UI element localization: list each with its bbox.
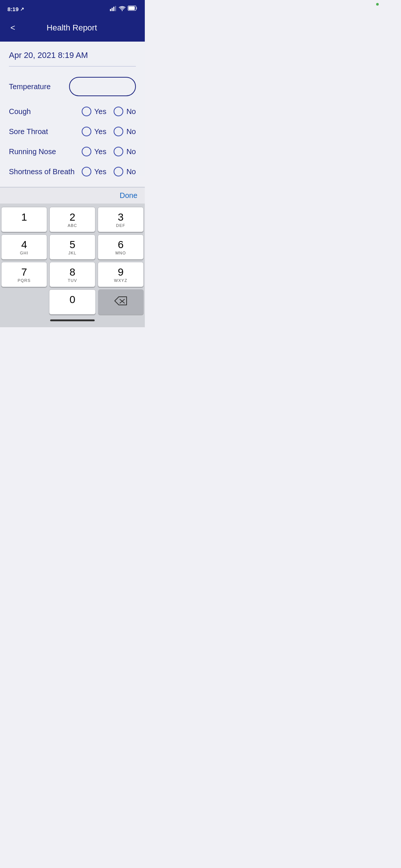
numeric-keyboard: 1 2 ABC 3 DEF 4 GHI 5 JKL 6 MNO 7 PQRS (0, 204, 145, 316)
key-5-letters: JKL (68, 251, 76, 255)
shortness-breath-no-label: No (126, 168, 136, 176)
svg-rect-0 (110, 9, 111, 11)
sore-throat-no-option[interactable]: No (114, 127, 136, 136)
location-icon: ↗ (20, 6, 24, 12)
running-nose-no-label: No (126, 147, 136, 156)
cough-no-circle (114, 107, 123, 116)
cough-no-option[interactable]: No (114, 107, 136, 116)
temperature-input-wrapper (69, 77, 136, 96)
svg-rect-6 (128, 6, 135, 10)
keyboard-row-3: 7 PQRS 8 TUV 9 WXYZ (0, 261, 145, 288)
key-4[interactable]: 4 GHI (1, 234, 47, 260)
sore-throat-row: Sore Throat Yes No (9, 127, 136, 136)
temperature-label: Temperature (9, 82, 50, 91)
key-1-number: 1 (21, 212, 27, 222)
key-2[interactable]: 2 ABC (49, 207, 95, 232)
key-1-letters (23, 223, 25, 228)
svg-rect-2 (113, 7, 114, 11)
key-0-number: 0 (69, 295, 75, 305)
header: < Health Report (0, 16, 145, 42)
cough-label: Cough (9, 107, 31, 116)
cough-radio-group: Yes No (82, 107, 136, 116)
key-2-number: 2 (69, 212, 75, 222)
sore-throat-label: Sore Throat (9, 127, 48, 136)
key-4-number: 4 (21, 240, 27, 250)
key-8[interactable]: 8 TUV (49, 262, 95, 287)
key-8-number: 8 (69, 267, 75, 277)
key-4-letters: GHI (20, 251, 29, 255)
svg-rect-3 (115, 6, 116, 11)
key-5[interactable]: 5 JKL (49, 234, 95, 260)
done-button[interactable]: Done (120, 191, 137, 200)
keyboard-row-4: 0 (0, 288, 145, 316)
svg-rect-1 (112, 8, 113, 11)
running-nose-row: Running Nose Yes No (9, 147, 136, 156)
key-7-letters: PQRS (17, 278, 30, 283)
running-nose-label: Running Nose (9, 147, 56, 156)
key-0[interactable]: 0 (49, 289, 95, 315)
key-backspace[interactable] (98, 289, 144, 315)
key-5-number: 5 (69, 240, 75, 250)
keyboard-row-2: 4 GHI 5 JKL 6 MNO (0, 233, 145, 261)
home-indicator (0, 316, 145, 327)
back-button[interactable]: < (7, 22, 18, 34)
cough-yes-option[interactable]: Yes (82, 107, 107, 116)
signal-icon (110, 6, 117, 12)
status-time: 8:19 ↗ (7, 6, 24, 12)
key-empty (1, 289, 47, 315)
keyboard-row-1: 1 2 ABC 3 DEF (0, 206, 145, 233)
temperature-row: Temperature (9, 77, 136, 96)
key-6[interactable]: 6 MNO (98, 234, 144, 260)
main-content: Apr 20, 2021 8:19 AM Temperature Cough Y… (0, 42, 145, 176)
shortness-breath-label: Shortness of Breath (9, 168, 75, 176)
running-nose-no-option[interactable]: No (114, 147, 136, 156)
cough-yes-label: Yes (94, 107, 107, 116)
key-9-letters: WXYZ (114, 278, 127, 283)
sore-throat-yes-circle (82, 127, 91, 136)
shortness-breath-row: Shortness of Breath Yes No (9, 167, 136, 176)
battery-icon (128, 6, 137, 12)
key-7-number: 7 (21, 267, 27, 277)
key-9[interactable]: 9 WXYZ (98, 262, 144, 287)
key-3-number: 3 (118, 212, 124, 222)
key-3[interactable]: 3 DEF (98, 207, 144, 232)
running-nose-yes-option[interactable]: Yes (82, 147, 107, 156)
page-title: Health Report (21, 23, 123, 33)
cough-yes-circle (82, 107, 91, 116)
key-7[interactable]: 7 PQRS (1, 262, 47, 287)
running-nose-no-circle (114, 147, 123, 156)
status-icons (110, 6, 137, 12)
shortness-breath-yes-label: Yes (94, 168, 107, 176)
key-8-letters: TUV (68, 278, 77, 283)
shortness-breath-no-circle (114, 167, 123, 176)
sore-throat-yes-label: Yes (94, 127, 107, 136)
date-label: Apr 20, 2021 8:19 AM (9, 51, 136, 60)
shortness-breath-no-option[interactable]: No (114, 167, 136, 176)
shortness-breath-yes-circle (82, 167, 91, 176)
home-bar (50, 319, 95, 321)
backspace-icon (114, 296, 127, 308)
shortness-breath-yes-option[interactable]: Yes (82, 167, 107, 176)
sore-throat-no-circle (114, 127, 123, 136)
wifi-icon (119, 6, 125, 12)
key-3-letters: DEF (116, 223, 125, 228)
running-nose-yes-label: Yes (94, 147, 107, 156)
done-bar: Done (0, 187, 145, 204)
key-1[interactable]: 1 (1, 207, 47, 232)
sore-throat-yes-option[interactable]: Yes (82, 127, 107, 136)
sore-throat-radio-group: Yes No (82, 127, 136, 136)
key-9-number: 9 (118, 267, 124, 277)
temperature-input[interactable] (69, 77, 136, 96)
cough-no-label: No (126, 107, 136, 116)
status-bar: 8:19 ↗ (0, 0, 145, 16)
svg-rect-5 (136, 7, 137, 9)
key-0-letters (72, 306, 73, 310)
running-nose-yes-circle (82, 147, 91, 156)
key-6-letters: MNO (115, 251, 126, 255)
key-6-number: 6 (118, 240, 124, 250)
cough-row: Cough Yes No (9, 107, 136, 116)
key-2-letters: ABC (68, 223, 77, 228)
date-divider (9, 66, 136, 66)
shortness-breath-radio-group: Yes No (82, 167, 136, 176)
running-nose-radio-group: Yes No (82, 147, 136, 156)
